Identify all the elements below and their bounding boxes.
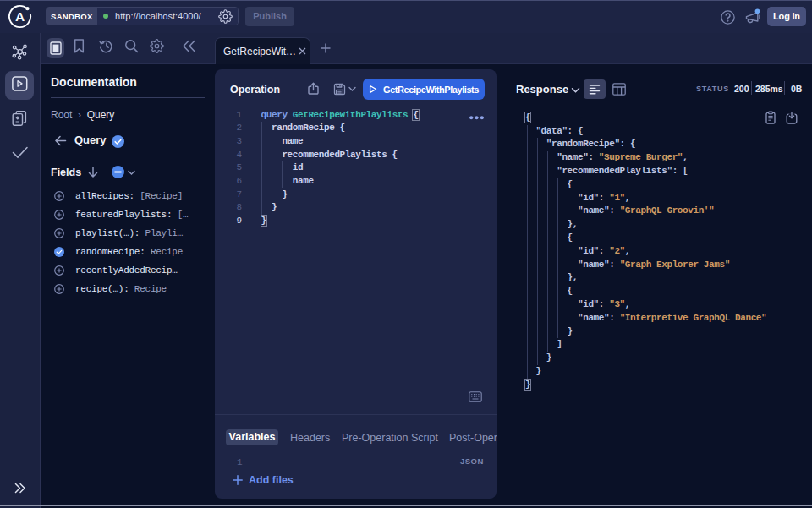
svg-text:A: A — [15, 9, 25, 24]
